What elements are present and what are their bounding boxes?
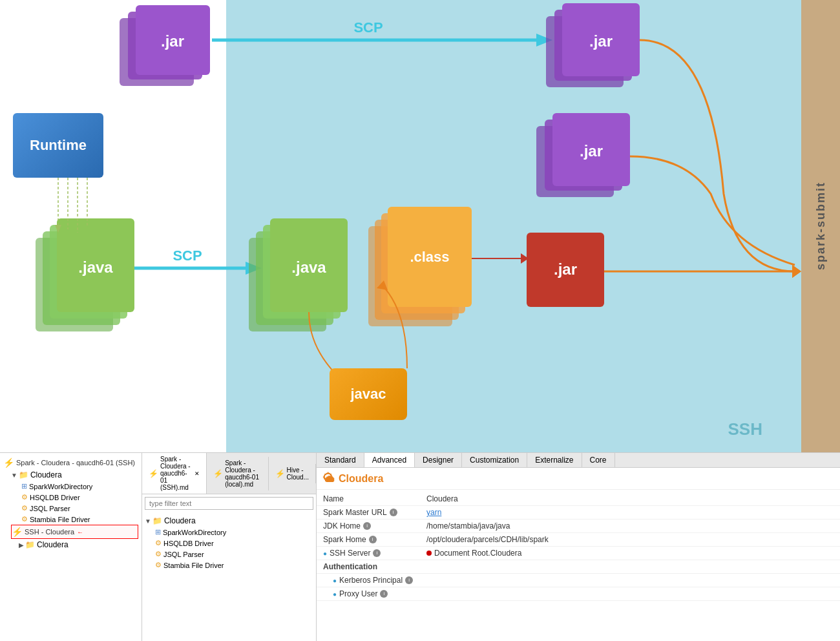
middle-tree-content: ▼ 📁 Cloudera ⊞ SparkWorkDirectory ⚙ HSQL… — [142, 512, 316, 573]
filter-input[interactable] — [145, 497, 313, 510]
middle-sparkworkdir-label: SparkWorkDirectory — [163, 529, 226, 536]
tree-item-ssh-cloudera[interactable]: ⚡ SSH - Cloudera ← — [11, 525, 138, 539]
info-icon-kerberos[interactable]: i — [405, 576, 413, 584]
javac-label: javac — [350, 386, 386, 403]
config-row-ssh-server: ● SSH Server i Document Root.Cloudera — [317, 547, 840, 560]
svg-rect-12 — [545, 120, 622, 191]
diagram-white-bg — [0, 0, 226, 452]
middle-hsqldb[interactable]: ⚙ HSQLDB Driver — [155, 538, 313, 549]
svg-text:.java: .java — [291, 258, 326, 276]
middle-sparkworkdir[interactable]: ⊞ SparkWorkDirectory — [155, 527, 313, 538]
tab-customization-label: Customization — [470, 456, 519, 465]
tab-close-ssh[interactable]: ✕ — [194, 470, 200, 477]
tab-spark-local-label: Spark - Cloudera - qaucdh6-01 (local).md — [225, 459, 261, 488]
cloudera-title: Cloudera — [339, 473, 383, 485]
tab-advanced-label: Advanced — [372, 456, 406, 465]
ssh-label: SSH — [728, 419, 762, 439]
svg-rect-11 — [536, 126, 614, 197]
tab-designer-label: Designer — [423, 456, 454, 465]
svg-text:.jar: .jar — [589, 32, 613, 50]
tab-core[interactable]: Core — [582, 453, 615, 467]
info-icon-jdk[interactable]: i — [363, 522, 371, 530]
tree-label-ssh-cloudera: SSH - Cloudera — [25, 528, 74, 536]
label-spark-master: Spark Master URL i — [323, 508, 426, 517]
tree-item-cloudera1[interactable]: ▼ 📁 Cloudera — [11, 469, 138, 481]
tab-core-label: Core — [590, 456, 607, 465]
svg-marker-18 — [792, 265, 801, 278]
left-tree-panel: ⚡ Spark - Cloudera - qaucdh6-01 (SSH) ▼ … — [0, 453, 142, 641]
label-spark-home: Spark Home i — [323, 535, 426, 544]
middle-cloudera-label: Cloudera — [164, 516, 196, 525]
runtime-box: Runtime — [13, 113, 103, 178]
svg-marker-25 — [246, 262, 262, 275]
middle-hsqldb-label: HSQLDB Driver — [163, 540, 214, 547]
tree-item-cloudera2[interactable]: ▶ 📁 Cloudera — [19, 539, 138, 551]
tree-label-hsqldb: HSQLDB Driver — [30, 494, 80, 501]
svg-rect-29 — [263, 225, 341, 319]
value-spark-master[interactable]: yarn — [426, 508, 834, 517]
spark-submit-bar: spark-submit — [801, 0, 840, 452]
config-row-jdk-home: JDK Home i /home/stambia/java/java — [317, 520, 840, 533]
right-config-panel: Standard Advanced Designer Customization… — [317, 453, 840, 641]
middle-jsql-label: JSQL Parser — [163, 551, 204, 558]
tree-label-cloudera2: Cloudera — [37, 540, 68, 549]
label-proxy-user: ● Proxy User i — [333, 589, 436, 598]
middle-stambia-label: Stambia File Driver — [163, 562, 224, 569]
info-icon-spark-master[interactable]: i — [390, 509, 397, 516]
info-icon-spark-home[interactable]: i — [369, 536, 377, 543]
tab-externalize-label: Externalize — [535, 456, 573, 465]
tree-label-sparkworkdir: SparkWorkDirectory — [29, 483, 92, 490]
tree-item-stambia1[interactable]: ⚙ Stambia File Driver — [21, 514, 138, 525]
middle-cloudera-root[interactable]: ▼ 📁 Cloudera — [145, 515, 313, 527]
value-ssh-server: Document Root.Cloudera — [434, 549, 521, 558]
cloudera-icon: 🌥 — [323, 472, 335, 485]
middle-jsql[interactable]: ⚙ JSQL Parser — [155, 549, 313, 560]
svg-rect-34 — [381, 213, 465, 313]
svg-rect-30 — [270, 218, 348, 312]
tab-spark-ssh[interactable]: ⚡ Spark - Cloudera - qaucdh6-01 (SSH).md… — [142, 453, 207, 494]
tab-hive[interactable]: ⚡ Hive - Cloud... — [269, 464, 316, 483]
svg-marker-17 — [792, 265, 801, 278]
config-row-spark-home: Spark Home i /opt/cloudera/parcels/CDH/l… — [317, 533, 840, 547]
info-icon-ssh[interactable]: i — [373, 549, 381, 557]
info-icon-proxy[interactable]: i — [380, 590, 388, 598]
svg-rect-13 — [552, 113, 630, 186]
svg-text:.jar: .jar — [580, 142, 603, 160]
spark-submit-label: spark-submit — [814, 182, 828, 270]
diagram-area: spark-submit Runtime javac SSH .jar SCP … — [0, 0, 840, 452]
svg-marker-38 — [377, 280, 388, 290]
svg-rect-8 — [554, 10, 632, 81]
middle-tree-panel: ⚡ Spark - Cloudera - qaucdh6-01 (SSH).md… — [142, 453, 317, 641]
svg-rect-33 — [375, 220, 459, 320]
tree-item-spark-ssh[interactable]: ⚡ Spark - Cloudera - qaucdh6-01 (SSH) — [3, 456, 138, 469]
tree-item-jsql1[interactable]: ⚙ JSQL Parser — [21, 503, 138, 514]
svg-rect-32 — [368, 226, 452, 326]
tree-item-sparkworkdir1[interactable]: ⊞ SparkWorkDirectory — [21, 481, 138, 492]
middle-stambia[interactable]: ⚙ Stambia File Driver — [155, 560, 313, 571]
bottom-panel: ⚡ Spark - Cloudera - qaucdh6-01 (SSH) ▼ … — [0, 452, 840, 641]
tab-customization[interactable]: Customization — [462, 453, 527, 467]
value-spark-home: /opt/cloudera/parcels/CDH/lib/spark — [426, 535, 834, 544]
tree-item-hsqldb1[interactable]: ⚙ HSQLDB Driver — [21, 492, 138, 503]
tree-label-stambia: Stambia File Driver — [30, 516, 90, 523]
tab-spark-local[interactable]: ⚡ Spark - Cloudera - qaucdh6-01 (local).… — [207, 457, 268, 490]
section-authentication: Authentication — [317, 560, 840, 574]
label-kerberos: ● Kerberos Principal i — [333, 576, 436, 585]
svg-text:SCP: SCP — [353, 19, 383, 36]
tree-label-cloudera1: Cloudera — [30, 470, 62, 479]
label-authentication: Authentication — [323, 562, 377, 571]
middle-tree-header: ⚡ Spark - Cloudera - qaucdh6-01 (SSH).md… — [142, 453, 316, 494]
tab-externalize[interactable]: Externalize — [527, 453, 582, 467]
svg-text:.class: .class — [410, 249, 449, 265]
config-row-spark-master: Spark Master URL i yarn — [317, 506, 840, 520]
expand-icon: ▼ — [11, 472, 17, 479]
value-jdk-home: /home/stambia/java/java — [426, 521, 834, 531]
tab-designer[interactable]: Designer — [415, 453, 462, 467]
tab-standard[interactable]: Standard — [317, 453, 364, 467]
tab-advanced[interactable]: Advanced — [364, 453, 415, 467]
value-name: Cloudera — [426, 494, 834, 503]
ssh-status-dot — [426, 551, 432, 556]
tab-hive-label: Hive - Cloud... — [287, 467, 309, 481]
label-name: Name — [323, 494, 426, 503]
cloudera-section-header: 🌥 Cloudera — [317, 468, 840, 490]
